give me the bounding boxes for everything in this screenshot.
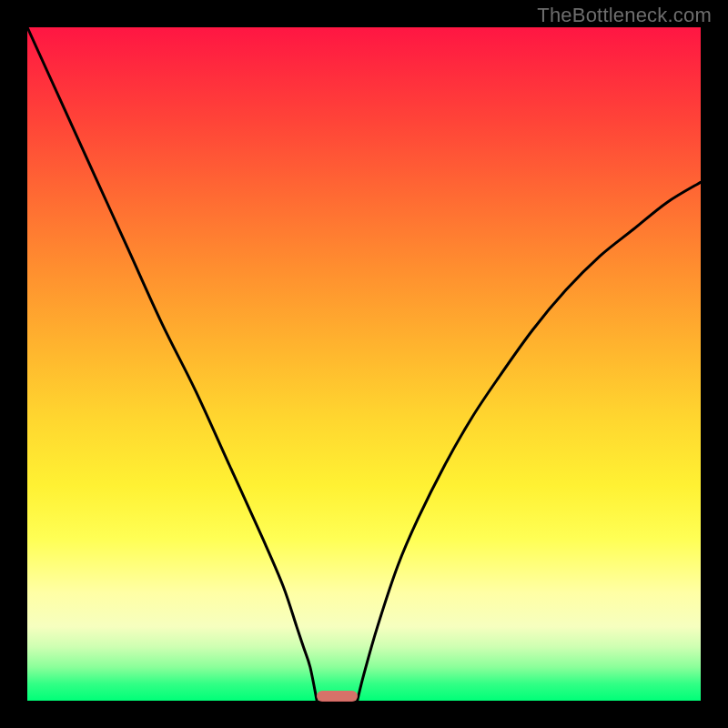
chart-frame: TheBottleneck.com [0, 0, 728, 728]
watermark-text: TheBottleneck.com [537, 4, 712, 27]
curves-svg [27, 27, 701, 701]
curve-right [358, 182, 701, 701]
bottleneck-marker [317, 691, 357, 702]
plot-area [27, 27, 701, 701]
curve-left [27, 27, 317, 701]
